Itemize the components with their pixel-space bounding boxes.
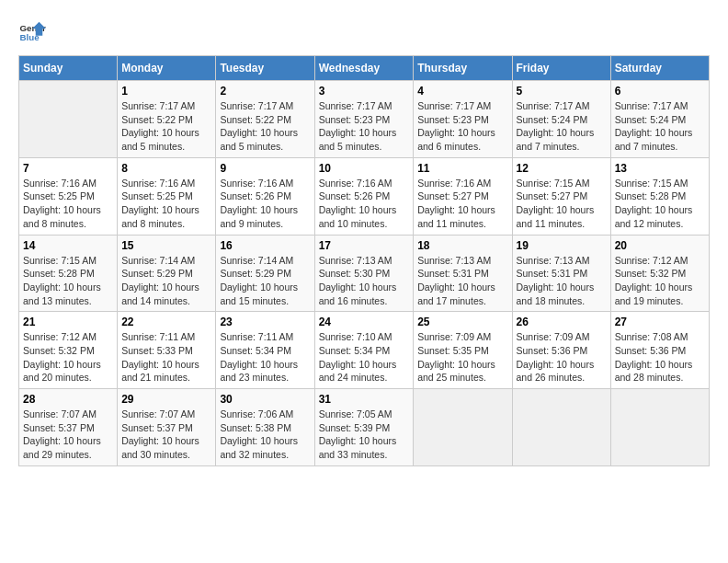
day-info: Sunrise: 7:13 AMSunset: 5:31 PMDaylight:…: [517, 254, 607, 308]
day-info: Sunrise: 7:06 AMSunset: 5:38 PMDaylight:…: [220, 408, 310, 462]
week-row-2: 7Sunrise: 7:16 AMSunset: 5:25 PMDaylight…: [19, 157, 710, 235]
day-number: 29: [121, 393, 211, 406]
day-info: Sunrise: 7:17 AMSunset: 5:22 PMDaylight:…: [121, 99, 211, 154]
day-number: 23: [220, 316, 310, 328]
day-info: Sunrise: 7:15 AMSunset: 5:28 PMDaylight:…: [615, 177, 705, 231]
header-cell-wednesday: Wednesday: [314, 56, 414, 81]
day-number: 27: [615, 316, 705, 328]
page-header: General Blue: [18, 18, 710, 46]
header-cell-tuesday: Tuesday: [216, 56, 314, 81]
day-cell: 5Sunrise: 7:17 AMSunset: 5:24 PMDaylight…: [512, 81, 610, 158]
day-info: Sunrise: 7:13 AMSunset: 5:30 PMDaylight:…: [319, 254, 410, 308]
day-cell: 24Sunrise: 7:10 AMSunset: 5:34 PMDayligh…: [314, 312, 414, 389]
day-info: Sunrise: 7:05 AMSunset: 5:39 PMDaylight:…: [319, 408, 410, 462]
day-cell: 14Sunrise: 7:15 AMSunset: 5:28 PMDayligh…: [19, 235, 118, 312]
day-info: Sunrise: 7:16 AMSunset: 5:25 PMDaylight:…: [121, 177, 211, 231]
day-info: Sunrise: 7:17 AMSunset: 5:22 PMDaylight:…: [220, 99, 310, 154]
day-cell: 20Sunrise: 7:12 AMSunset: 5:32 PMDayligh…: [610, 235, 709, 312]
day-info: Sunrise: 7:16 AMSunset: 5:25 PMDaylight:…: [23, 177, 113, 231]
day-number: 25: [417, 316, 507, 328]
day-info: Sunrise: 7:15 AMSunset: 5:27 PMDaylight:…: [517, 177, 607, 231]
day-cell: 29Sunrise: 7:07 AMSunset: 5:37 PMDayligh…: [118, 389, 216, 466]
day-info: Sunrise: 7:14 AMSunset: 5:29 PMDaylight:…: [121, 254, 211, 308]
day-number: 11: [417, 162, 507, 175]
day-info: Sunrise: 7:11 AMSunset: 5:34 PMDaylight:…: [220, 330, 310, 385]
day-number: 12: [517, 162, 607, 175]
day-number: 3: [319, 85, 410, 98]
day-number: 14: [23, 239, 113, 252]
day-info: Sunrise: 7:17 AMSunset: 5:23 PMDaylight:…: [417, 99, 507, 154]
day-number: 5: [517, 85, 607, 98]
day-number: 8: [121, 162, 211, 175]
day-cell: 8Sunrise: 7:16 AMSunset: 5:25 PMDaylight…: [118, 157, 216, 235]
day-cell: 9Sunrise: 7:16 AMSunset: 5:26 PMDaylight…: [216, 157, 314, 235]
header-row: SundayMondayTuesdayWednesdayThursdayFrid…: [19, 56, 710, 81]
day-info: Sunrise: 7:07 AMSunset: 5:37 PMDaylight:…: [23, 408, 113, 462]
day-info: Sunrise: 7:17 AMSunset: 5:24 PMDaylight:…: [517, 99, 607, 154]
day-info: Sunrise: 7:10 AMSunset: 5:34 PMDaylight:…: [319, 330, 410, 385]
day-info: Sunrise: 7:17 AMSunset: 5:24 PMDaylight:…: [615, 99, 705, 154]
day-number: 18: [417, 239, 507, 252]
day-number: 6: [615, 85, 705, 98]
header-cell-sunday: Sunday: [19, 56, 118, 81]
day-info: Sunrise: 7:09 AMSunset: 5:35 PMDaylight:…: [417, 330, 507, 385]
day-cell: 6Sunrise: 7:17 AMSunset: 5:24 PMDaylight…: [610, 81, 709, 158]
day-cell: 12Sunrise: 7:15 AMSunset: 5:27 PMDayligh…: [512, 157, 610, 235]
day-cell: 19Sunrise: 7:13 AMSunset: 5:31 PMDayligh…: [512, 235, 610, 312]
day-number: 9: [220, 162, 310, 175]
day-number: 26: [517, 316, 607, 328]
day-info: Sunrise: 7:14 AMSunset: 5:29 PMDaylight:…: [220, 254, 310, 308]
day-info: Sunrise: 7:17 AMSunset: 5:23 PMDaylight:…: [319, 99, 410, 154]
day-cell: 2Sunrise: 7:17 AMSunset: 5:22 PMDaylight…: [216, 81, 314, 158]
day-cell: 26Sunrise: 7:09 AMSunset: 5:36 PMDayligh…: [512, 312, 610, 389]
day-cell: 23Sunrise: 7:11 AMSunset: 5:34 PMDayligh…: [216, 312, 314, 389]
day-cell: [610, 389, 709, 466]
day-number: 24: [319, 316, 410, 328]
day-number: 10: [319, 162, 410, 175]
day-cell: 1Sunrise: 7:17 AMSunset: 5:22 PMDaylight…: [118, 81, 216, 158]
day-info: Sunrise: 7:12 AMSunset: 5:32 PMDaylight:…: [23, 330, 113, 385]
day-cell: 30Sunrise: 7:06 AMSunset: 5:38 PMDayligh…: [216, 389, 314, 466]
day-cell: 22Sunrise: 7:11 AMSunset: 5:33 PMDayligh…: [118, 312, 216, 389]
day-info: Sunrise: 7:15 AMSunset: 5:28 PMDaylight:…: [23, 254, 113, 308]
day-number: 19: [517, 239, 607, 252]
day-cell: 13Sunrise: 7:15 AMSunset: 5:28 PMDayligh…: [610, 157, 709, 235]
day-cell: 27Sunrise: 7:08 AMSunset: 5:36 PMDayligh…: [610, 312, 709, 389]
day-cell: 28Sunrise: 7:07 AMSunset: 5:37 PMDayligh…: [19, 389, 118, 466]
day-cell: 10Sunrise: 7:16 AMSunset: 5:26 PMDayligh…: [314, 157, 414, 235]
day-number: 31: [319, 393, 410, 406]
day-cell: 21Sunrise: 7:12 AMSunset: 5:32 PMDayligh…: [19, 312, 118, 389]
day-number: 1: [121, 85, 211, 98]
day-number: 30: [220, 393, 310, 406]
day-number: 22: [121, 316, 211, 328]
day-cell: 17Sunrise: 7:13 AMSunset: 5:30 PMDayligh…: [314, 235, 414, 312]
day-cell: 3Sunrise: 7:17 AMSunset: 5:23 PMDaylight…: [314, 81, 414, 158]
header-cell-thursday: Thursday: [414, 56, 512, 81]
day-number: 4: [417, 85, 507, 98]
week-row-4: 21Sunrise: 7:12 AMSunset: 5:32 PMDayligh…: [19, 312, 710, 389]
day-info: Sunrise: 7:16 AMSunset: 5:26 PMDaylight:…: [220, 177, 310, 231]
day-number: 28: [23, 393, 113, 406]
calendar-body: 1Sunrise: 7:17 AMSunset: 5:22 PMDaylight…: [19, 81, 710, 466]
header-cell-saturday: Saturday: [610, 56, 709, 81]
week-row-1: 1Sunrise: 7:17 AMSunset: 5:22 PMDaylight…: [19, 81, 710, 158]
day-info: Sunrise: 7:16 AMSunset: 5:27 PMDaylight:…: [417, 177, 507, 231]
logo: General Blue: [18, 18, 46, 46]
day-number: 16: [220, 239, 310, 252]
day-cell: 15Sunrise: 7:14 AMSunset: 5:29 PMDayligh…: [118, 235, 216, 312]
day-cell: 4Sunrise: 7:17 AMSunset: 5:23 PMDaylight…: [414, 81, 512, 158]
day-number: 2: [220, 85, 310, 98]
week-row-3: 14Sunrise: 7:15 AMSunset: 5:28 PMDayligh…: [19, 235, 710, 312]
calendar-header: SundayMondayTuesdayWednesdayThursdayFrid…: [19, 56, 710, 81]
day-number: 15: [121, 239, 211, 252]
day-info: Sunrise: 7:11 AMSunset: 5:33 PMDaylight:…: [121, 330, 211, 385]
day-info: Sunrise: 7:16 AMSunset: 5:26 PMDaylight:…: [319, 177, 410, 231]
day-cell: 18Sunrise: 7:13 AMSunset: 5:31 PMDayligh…: [414, 235, 512, 312]
day-number: 17: [319, 239, 410, 252]
day-info: Sunrise: 7:08 AMSunset: 5:36 PMDaylight:…: [615, 330, 705, 385]
day-info: Sunrise: 7:07 AMSunset: 5:37 PMDaylight:…: [121, 408, 211, 462]
day-number: 20: [615, 239, 705, 252]
day-cell: 31Sunrise: 7:05 AMSunset: 5:39 PMDayligh…: [314, 389, 414, 466]
calendar-table: SundayMondayTuesdayWednesdayThursdayFrid…: [18, 55, 710, 466]
day-cell: 11Sunrise: 7:16 AMSunset: 5:27 PMDayligh…: [414, 157, 512, 235]
